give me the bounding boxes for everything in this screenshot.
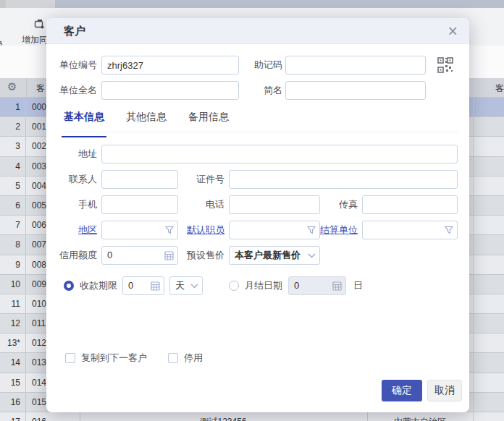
monthly-date-input: 0: [288, 276, 346, 295]
row-number: 17: [0, 412, 26, 421]
default-staff-link[interactable]: 默认职员: [174, 221, 224, 239]
row-number: 6: [0, 196, 26, 215]
row-number: 2: [0, 117, 26, 136]
preset-price-select[interactable]: 本客户最新售价: [229, 246, 320, 265]
shortname-input[interactable]: [285, 81, 426, 100]
close-icon[interactable]: ×: [445, 20, 461, 43]
tab-backup-info[interactable]: 备用信息: [188, 111, 229, 129]
collect-unit-value: 天: [175, 280, 185, 291]
ok-button[interactable]: 确定: [382, 380, 422, 401]
dialog-header: 客户 ×: [46, 18, 469, 44]
row-code: 008: [32, 255, 46, 274]
tab-other-info[interactable]: 其他信息: [126, 111, 167, 129]
row-code: 006: [32, 216, 46, 234]
monthly-date-label: 月结日期: [245, 276, 282, 295]
mnemonic-label: 助记码: [232, 56, 282, 75]
column-divider: [473, 294, 474, 313]
unit-code-input[interactable]: [101, 56, 239, 75]
qr-code-icon[interactable]: [437, 57, 453, 73]
column-divider: [473, 333, 474, 352]
id-number-input[interactable]: [229, 170, 458, 189]
column-divider: [473, 393, 474, 412]
column-divider: [473, 216, 474, 234]
column-header-name: 客: [495, 82, 504, 95]
table-row[interactable]: 17016测试123456内蒙古自治区: [0, 412, 504, 421]
stop-use-checkbox[interactable]: [168, 353, 178, 363]
mobile-input[interactable]: [101, 195, 178, 214]
credit-limit-label: 信用额度: [46, 246, 97, 265]
column-divider: [473, 196, 474, 215]
region-picker[interactable]: [101, 221, 178, 239]
row-code: 003: [32, 157, 46, 176]
tab-basic-info[interactable]: 基本信息: [64, 111, 104, 129]
column-divider: [473, 255, 474, 274]
row-number: 11: [0, 294, 26, 313]
mnemonic-input[interactable]: [285, 56, 426, 75]
contact-label: 联系人: [46, 170, 97, 189]
monthly-date-radio[interactable]: [229, 281, 239, 291]
row-number: 14: [0, 353, 26, 372]
row-number: 3: [0, 137, 26, 156]
row-region: 内蒙古自治区: [367, 412, 473, 421]
row-code: 014: [32, 373, 46, 392]
row-code: 001: [32, 117, 46, 136]
add-sibling-icon: [34, 19, 45, 30]
column-divider: [26, 78, 27, 98]
credit-limit-input[interactable]: 0: [101, 246, 178, 265]
column-divider: [473, 275, 474, 294]
top-window-strip: [0, 0, 504, 8]
row-number: 1: [0, 98, 26, 116]
id-number-label: 证件号: [174, 170, 224, 189]
copy-next-checkbox[interactable]: [65, 353, 75, 363]
fullname-input[interactable]: [101, 81, 239, 100]
row-code: 004: [32, 177, 46, 195]
column-divider: [473, 314, 474, 333]
settle-unit-link[interactable]: 结算单位: [307, 221, 358, 239]
row-number: 8: [0, 235, 26, 254]
column-divider: [473, 177, 474, 195]
row-code: 010: [32, 294, 46, 313]
cancel-button[interactable]: 取消: [427, 380, 462, 401]
collect-period-radio[interactable]: [64, 281, 74, 291]
region-link[interactable]: 地区: [46, 221, 97, 239]
row-name: 测试123456: [80, 412, 367, 421]
row-number: 9: [0, 255, 26, 274]
row-code: 013: [32, 353, 46, 372]
row-number: 16: [0, 393, 26, 412]
row-number: 7: [0, 216, 26, 234]
row-number: 4: [0, 157, 26, 176]
top-corner-block: [0, 0, 6, 8]
credit-limit-value: 0: [107, 250, 112, 260]
row-number: 5: [0, 177, 26, 195]
gear-icon[interactable]: ⚙: [7, 80, 17, 93]
row-code: 005: [32, 196, 46, 215]
row-number: 15: [0, 373, 26, 392]
fax-input[interactable]: [362, 195, 458, 214]
unit-code-label: 单位编号: [46, 56, 97, 75]
column-divider: [473, 412, 474, 421]
column-divider: [473, 235, 474, 254]
collect-period-label: 收款期限: [80, 276, 117, 295]
column-divider: [473, 117, 474, 136]
row-code: 011: [32, 314, 46, 333]
row-code: 007: [32, 235, 46, 254]
dialog-tabs: 基本信息其他信息备用信息: [64, 111, 229, 129]
tabs-divider: [64, 132, 458, 132]
row-code: 015: [32, 393, 46, 412]
row-code: 002: [32, 137, 46, 156]
column-divider: [473, 98, 474, 116]
browser-tab[interactable]: [6, 0, 55, 8]
row-number: 12: [0, 314, 26, 333]
settle-unit-picker[interactable]: [362, 221, 458, 239]
row-number: 13*: [0, 333, 26, 352]
contact-input[interactable]: [101, 170, 178, 189]
collect-unit-select[interactable]: 天: [169, 276, 203, 295]
shortname-label: 简名: [232, 81, 282, 100]
fullname-label: 单位全名: [46, 81, 97, 100]
address-input[interactable]: [101, 145, 458, 163]
collect-period-input[interactable]: 0: [122, 276, 164, 295]
row-code: 009: [32, 275, 46, 294]
copy-next-label: 复制到下一客户: [81, 349, 147, 367]
chevron-down-icon: [190, 284, 198, 289]
phone-label: 电话: [174, 195, 224, 214]
